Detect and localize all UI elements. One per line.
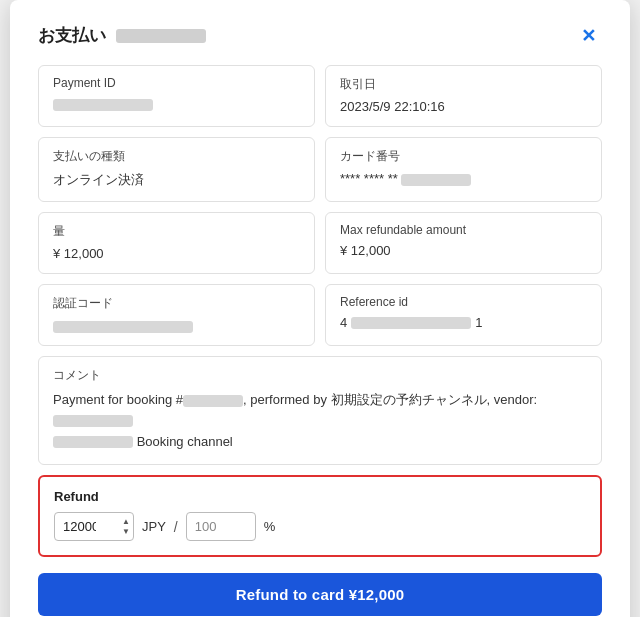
auth-code-blur [53,321,193,333]
refund-to-card-button[interactable]: Refund to card ¥12,000 [38,573,602,616]
comment-field: コメント Payment for booking #, performed by… [38,356,602,465]
auth-code-label: 認証コード [53,295,300,312]
payment-type-label: 支払いの種類 [53,148,300,165]
row-2: 支払いの種類 オンライン決済 カード番号 **** **** ** [38,137,602,202]
card-number-label: カード番号 [340,148,587,165]
refund-separator: / [174,519,178,535]
row-4: 認証コード Reference id 4 1 [38,284,602,346]
max-refund-value: ¥ 12,000 [340,243,587,258]
transaction-date-label: 取引日 [340,76,587,93]
modal-title-blur [116,29,206,43]
modal-title-text: お支払い [38,24,106,47]
max-refund-field: Max refundable amount ¥ 12,000 [325,212,602,274]
amount-label: 量 [53,223,300,240]
payment-id-label: Payment ID [53,76,300,90]
ref-id-prefix: 4 [340,315,347,330]
comment-value: Payment for booking #, performed by 初期設定… [53,390,587,452]
refund-section: Refund ▲ ▼ JPY / % [38,475,602,557]
card-number-value: **** **** ** [340,171,587,186]
payment-modal: お支払い ✕ Payment ID 取引日 2023/5/9 22:10:16 … [10,0,630,617]
payment-id-value [53,96,300,111]
ref-id-value: 4 1 [340,315,587,330]
refund-percent-symbol: % [264,519,276,534]
auth-code-value [53,318,300,333]
refund-inputs: ▲ ▼ JPY / % [54,512,586,541]
comment-line2-blur [53,436,133,448]
comment-booking-blur [183,395,243,407]
card-number-blur [401,174,471,186]
modal-header: お支払い ✕ [38,24,602,47]
payment-type-value: オンライン決済 [53,171,300,189]
close-button[interactable]: ✕ [575,25,602,47]
refund-amount-wrap: ▲ ▼ [54,512,134,541]
payment-id-blur [53,99,153,111]
comment-line2-suffix: Booking channel [137,434,233,449]
refund-percent-input[interactable] [186,512,256,541]
modal-title: お支払い [38,24,206,47]
comment-vendor-blur [53,415,133,427]
spin-up-button[interactable]: ▲ [120,517,132,527]
card-stars: **** **** ** [340,171,398,186]
spin-down-button[interactable]: ▼ [120,527,132,537]
row-1: Payment ID 取引日 2023/5/9 22:10:16 [38,65,602,127]
refund-amount-spinner: ▲ ▼ [120,517,132,537]
amount-value: ¥ 12,000 [53,246,300,261]
amount-field: 量 ¥ 12,000 [38,212,315,274]
refund-label: Refund [54,489,586,504]
comment-line1-suffix: , performed by 初期設定の予約チャンネル, vendor: [243,392,537,407]
transaction-date-value: 2023/5/9 22:10:16 [340,99,587,114]
payment-id-field: Payment ID [38,65,315,127]
card-number-field: カード番号 **** **** ** [325,137,602,202]
auth-code-field: 認証コード [38,284,315,346]
ref-id-label: Reference id [340,295,587,309]
payment-type-field: 支払いの種類 オンライン決済 [38,137,315,202]
comment-line1-prefix: Payment for booking # [53,392,183,407]
ref-id-blur [351,317,471,329]
max-refund-label: Max refundable amount [340,223,587,237]
comment-label: コメント [53,367,587,384]
refund-currency: JPY [142,519,166,534]
ref-id-suffix: 1 [475,315,482,330]
row-3: 量 ¥ 12,000 Max refundable amount ¥ 12,00… [38,212,602,274]
transaction-date-field: 取引日 2023/5/9 22:10:16 [325,65,602,127]
ref-id-field: Reference id 4 1 [325,284,602,346]
